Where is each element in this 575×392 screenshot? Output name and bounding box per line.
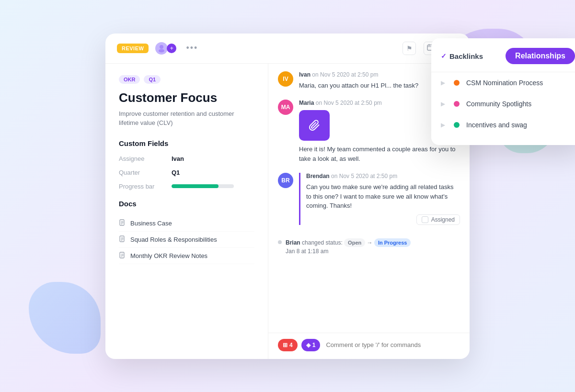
backlinks-text: Backlinks (449, 52, 483, 60)
relationship-dot (454, 122, 460, 128)
notification-badges: ⊞ 4 ◈ 1 (278, 339, 320, 351)
assignee-label: Assignee (119, 155, 172, 162)
relationships-badge: Relationships (506, 48, 575, 64)
comment-avatar: BR (278, 173, 293, 188)
assignee-value: Ivan (172, 155, 184, 162)
comment-timestamp: on Nov 5 2020 at 2:50 pm (312, 71, 378, 78)
progress-bar-background (172, 184, 234, 188)
custom-fields-heading: Custom Fields (119, 139, 254, 147)
comment-avatar: IV (278, 71, 293, 87)
relationship-item[interactable]: ▶ CSM Nomination Process (431, 72, 575, 93)
status-to: In Progress (374, 238, 411, 247)
docs-section: Docs Business Case (119, 200, 254, 264)
progress-label: Progress bar (119, 183, 172, 190)
comment-timestamp: on Nov 5 2020 at 2:50 pm (316, 100, 382, 106)
status-change-author: Brian (286, 239, 300, 246)
notification-badge-purple[interactable]: ◈ 1 (301, 339, 321, 351)
relationships-header: ✓ Backlinks Relationships (431, 48, 575, 72)
relationship-dot (454, 101, 460, 107)
attachment-icon[interactable] (299, 110, 330, 141)
status-arrow: → (367, 239, 374, 246)
relationship-name: Incentives and swag (466, 121, 527, 129)
doc-name-1: Business Case (130, 220, 172, 227)
flag-icon: ⚑ (406, 45, 413, 52)
assigned-area: Assigned (306, 214, 460, 225)
chevron-icon: ▶ (441, 79, 445, 86)
avatar-group: + (154, 41, 176, 56)
comment-avatar: MA (278, 100, 293, 115)
relationships-panel: ✓ Backlinks Relationships ▶ CSM Nominati… (431, 38, 575, 145)
svg-point-1 (159, 49, 164, 52)
doc-item[interactable]: Monthly OKR Review Notes (119, 248, 254, 264)
relationship-dot (454, 80, 460, 86)
comment-meta: Brendan on Nov 5 2020 at 2:50 pm (306, 173, 460, 179)
notif-icon-2: ◈ (306, 342, 310, 348)
comment-input-area: ⊞ 4 ◈ 1 (268, 333, 470, 359)
relationship-item[interactable]: ▶ Incentives and swag (431, 114, 575, 135)
backlinks-label: ✓ Backlinks (441, 52, 483, 60)
status-from: Open (344, 238, 365, 247)
comment-body: Brendan on Nov 5 2020 at 2:50 pm Can you… (299, 173, 460, 225)
doc-name-2: Squad Roles & Responsibilities (130, 236, 217, 243)
quarter-value: Q1 (172, 169, 180, 176)
relationship-name: Community Spotlights (466, 100, 531, 108)
notif-icon-1: ⊞ (283, 342, 288, 348)
comment-author: Ivan (299, 71, 310, 78)
main-card: REVIEW + ••• ⚑ (105, 34, 470, 359)
assigned-label: Assigned (431, 216, 455, 223)
doc-icon (119, 252, 126, 260)
quarter-label: Quarter (119, 169, 172, 176)
decorative-blob-2 (29, 282, 101, 354)
assigned-badge: Assigned (416, 214, 460, 225)
left-panel: OKR Q1 Customer Focus Improve customer r… (105, 64, 268, 359)
comment-author: Brendan (306, 173, 330, 179)
comment-input[interactable] (326, 341, 460, 348)
check-icon: ✓ (441, 52, 447, 60)
chevron-icon: ▶ (441, 122, 445, 128)
flag-button[interactable]: ⚑ (402, 42, 416, 55)
tag-okr: OKR (119, 75, 140, 84)
review-badge: REVIEW (117, 44, 149, 53)
comment-timestamp: on Nov 5 2020 at 2:50 pm (331, 173, 397, 179)
assignee-field: Assignee Ivan (119, 155, 254, 162)
task-tags: OKR Q1 (119, 75, 254, 84)
notification-badge-red[interactable]: ⊞ 4 (278, 339, 298, 351)
doc-item[interactable]: Business Case (119, 215, 254, 232)
relationship-name: CSM Nomination Process (466, 79, 543, 87)
comment-author: Maria (299, 100, 314, 106)
progress-bar-fill (172, 184, 218, 188)
chevron-icon: ▶ (441, 101, 445, 107)
doc-item[interactable]: Squad Roles & Responsibilities (119, 232, 254, 248)
docs-heading: Docs (119, 200, 254, 208)
task-title: Customer Focus (119, 90, 254, 105)
relationship-item[interactable]: ▶ Community Spotlights (431, 93, 575, 114)
doc-icon (119, 219, 126, 227)
more-options-button[interactable]: ••• (186, 43, 198, 53)
status-change-text: Brian changed status: Open → In Progress… (286, 238, 411, 256)
notif-count-2: 1 (312, 342, 316, 348)
task-header: REVIEW + ••• ⚑ (105, 34, 470, 64)
progress-bar-container (172, 184, 234, 188)
content-area: OKR Q1 Customer Focus Improve customer r… (105, 64, 470, 359)
status-change: Brian changed status: Open → In Progress… (278, 235, 460, 260)
tag-q1: Q1 (144, 75, 161, 84)
assigned-checkbox[interactable] (422, 216, 428, 223)
status-change-timestamp: Jan 8 at 1:18 am (286, 248, 328, 255)
svg-point-0 (160, 45, 163, 49)
add-avatar-button[interactable]: + (167, 44, 176, 53)
quarter-field: Quarter Q1 (119, 169, 254, 176)
doc-icon (119, 235, 126, 244)
notif-count-1: 4 (289, 342, 293, 348)
status-change-dot (278, 240, 282, 244)
status-change-action: changed status: (302, 239, 343, 246)
progress-field: Progress bar (119, 183, 254, 190)
doc-name-3: Monthly OKR Review Notes (130, 252, 207, 259)
comment-item: BR Brendan on Nov 5 2020 at 2:50 pm Can … (278, 173, 460, 225)
comment-text: Here it is! My team commented a couple a… (299, 145, 460, 163)
comment-text: Can you two make sure we're adding all r… (306, 182, 460, 211)
task-description: Improve customer retention and customer … (119, 109, 254, 128)
